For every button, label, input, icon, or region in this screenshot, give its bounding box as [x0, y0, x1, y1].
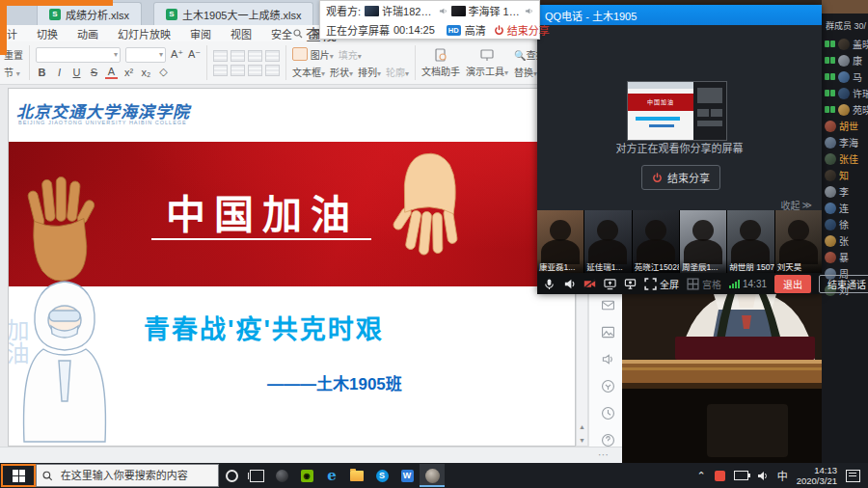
- sound-icon[interactable]: [600, 351, 616, 367]
- doc-assistant-button[interactable]: 文档助手: [421, 43, 460, 82]
- member-row[interactable]: 李: [822, 183, 868, 200]
- font-size-select[interactable]: ▾: [125, 47, 166, 63]
- italic-button[interactable]: I: [53, 67, 66, 78]
- edge-button[interactable]: e: [319, 464, 344, 487]
- picture-button[interactable]: 图片▾: [292, 47, 334, 62]
- file-explorer-button[interactable]: [344, 464, 369, 487]
- font-color-button[interactable]: A: [105, 66, 118, 79]
- section-button[interactable]: 节 ▾: [4, 65, 23, 79]
- decrease-font-button[interactable]: A⁻: [188, 48, 201, 61]
- message-icon[interactable]: [600, 297, 616, 313]
- member-row[interactable]: 马: [822, 68, 868, 85]
- member-row[interactable]: 胡世: [822, 118, 868, 134]
- member-row[interactable]: 知: [822, 167, 868, 183]
- presenter-icon[interactable]: [624, 278, 637, 290]
- cortana-button[interactable]: [219, 464, 244, 487]
- grid-view-button[interactable]: 宫格: [687, 277, 721, 291]
- nvidia-button[interactable]: ◉: [294, 464, 319, 487]
- align-center-icon[interactable]: [231, 65, 245, 76]
- previous-slide-button[interactable]: ▲: [577, 423, 587, 430]
- participant-video[interactable]: 周圣辰1...: [680, 210, 726, 273]
- member-row[interactable]: 康: [822, 52, 868, 68]
- superscript-button[interactable]: x²: [122, 67, 135, 78]
- member-row[interactable]: 张: [822, 232, 868, 249]
- qq-button[interactable]: [420, 464, 445, 487]
- wps-button[interactable]: W: [394, 464, 420, 487]
- bold-button[interactable]: B: [36, 67, 48, 78]
- ribbon-menu-item[interactable]: 幻灯片放映: [108, 26, 180, 41]
- reset-button[interactable]: 重置: [4, 47, 23, 62]
- arrange-button[interactable]: 排列▾: [358, 65, 381, 79]
- end-share-button[interactable]: 结束分享: [494, 22, 550, 38]
- line-spacing-icon[interactable]: [265, 65, 280, 76]
- app-button[interactable]: [269, 464, 294, 487]
- coin-icon[interactable]: [600, 378, 616, 394]
- presentation-tools-button[interactable]: 演示工具▾: [466, 43, 508, 82]
- ime-indicator[interactable]: 中: [777, 468, 788, 483]
- document-tab-class-grades[interactable]: S 土木1905大一上成绩.xlsx: [153, 2, 313, 25]
- screen-share-preview[interactable]: 中国加油: [627, 81, 727, 141]
- taskbar-search[interactable]: [36, 464, 219, 487]
- slide-canvas[interactable]: 北京交通大学海滨学院 BEIJING JIAOTONG UNIVERSITY H…: [8, 88, 576, 447]
- action-center-icon[interactable]: [846, 470, 860, 482]
- subscript-button[interactable]: x₂: [140, 67, 152, 78]
- participant-video[interactable]: 刘天昊: [775, 210, 822, 273]
- tray-app-icon[interactable]: [715, 471, 725, 481]
- qq-call-titlebar[interactable]: QQ电话 - 土木1905: [537, 5, 822, 25]
- strikethrough-button[interactable]: S: [88, 67, 100, 78]
- member-row[interactable]: 许瑞: [822, 85, 868, 101]
- member-row[interactable]: 苑晓: [822, 101, 868, 118]
- image-icon[interactable]: [600, 324, 616, 340]
- participant-video[interactable]: 延佳瑞1...: [584, 210, 631, 273]
- taskbar-clock[interactable]: 14:13 2020/3/21: [797, 465, 837, 486]
- skype-button[interactable]: S: [369, 464, 394, 487]
- tray-expand-icon[interactable]: ⌃: [697, 470, 706, 482]
- fullscreen-button[interactable]: 全屏: [644, 277, 679, 291]
- increase-font-button[interactable]: A⁺: [171, 48, 183, 61]
- shape-button[interactable]: 形状▾: [330, 65, 353, 79]
- align-left-icon[interactable]: [213, 65, 228, 76]
- viewer-chip[interactable]: 李海铎 1863002...: [451, 3, 533, 18]
- share-screen-icon[interactable]: [604, 278, 616, 290]
- exit-button[interactable]: 退出: [774, 275, 811, 293]
- status-overflow[interactable]: ⋯: [598, 448, 610, 461]
- ribbon-menu-item[interactable]: 视图: [221, 26, 261, 41]
- number-list-icon[interactable]: [231, 50, 245, 62]
- search-input[interactable]: [59, 469, 212, 482]
- participant-video[interactable]: 胡世朋 15070228...: [727, 210, 773, 273]
- battery-icon[interactable]: [734, 471, 748, 480]
- member-row[interactable]: 盖晓: [822, 36, 868, 52]
- task-view-button[interactable]: [244, 464, 269, 487]
- end-share-button[interactable]: 结束分享: [641, 165, 720, 190]
- viewer-chip[interactable]: 许瑞182750931...: [365, 3, 447, 18]
- participant-video[interactable]: 康亚磊1...: [537, 210, 583, 273]
- next-slide-button[interactable]: ▼: [577, 437, 587, 444]
- history-icon[interactable]: [600, 405, 616, 421]
- participant-video[interactable]: 苑晓江15028414...: [633, 210, 679, 273]
- end-call-button[interactable]: 结束通话: [819, 275, 868, 293]
- bullet-list-icon[interactable]: [213, 50, 228, 62]
- member-row[interactable]: 连: [822, 200, 868, 216]
- member-row[interactable]: 暴: [822, 249, 868, 265]
- mic-icon[interactable]: [543, 278, 556, 290]
- clear-format-button[interactable]: ◇: [157, 66, 170, 78]
- textbox-button[interactable]: 文本框▾: [292, 65, 325, 79]
- ribbon-menu-item[interactable]: 动画: [68, 26, 108, 41]
- ribbon-menu-item[interactable]: 切换: [27, 26, 68, 41]
- font-family-select[interactable]: ▾: [36, 47, 121, 63]
- hd-label[interactable]: 高清: [465, 22, 486, 38]
- member-row[interactable]: 徐: [822, 216, 868, 232]
- member-row[interactable]: 李海: [822, 134, 868, 150]
- camera-off-icon[interactable]: [583, 278, 596, 290]
- ribbon-menu-item[interactable]: 审阅: [180, 26, 221, 41]
- indent-icon[interactable]: [265, 50, 280, 62]
- outline-button[interactable]: 轮廓▾: [386, 65, 409, 79]
- fill-button[interactable]: 填充▾: [339, 47, 362, 62]
- align-right-icon[interactable]: [248, 65, 262, 76]
- outdent-icon[interactable]: [248, 50, 262, 62]
- speaker-icon[interactable]: [563, 278, 576, 290]
- volume-icon[interactable]: [757, 471, 769, 481]
- underline-button[interactable]: U: [70, 67, 83, 78]
- member-row[interactable]: 张佳: [822, 150, 868, 167]
- start-button[interactable]: [1, 464, 36, 487]
